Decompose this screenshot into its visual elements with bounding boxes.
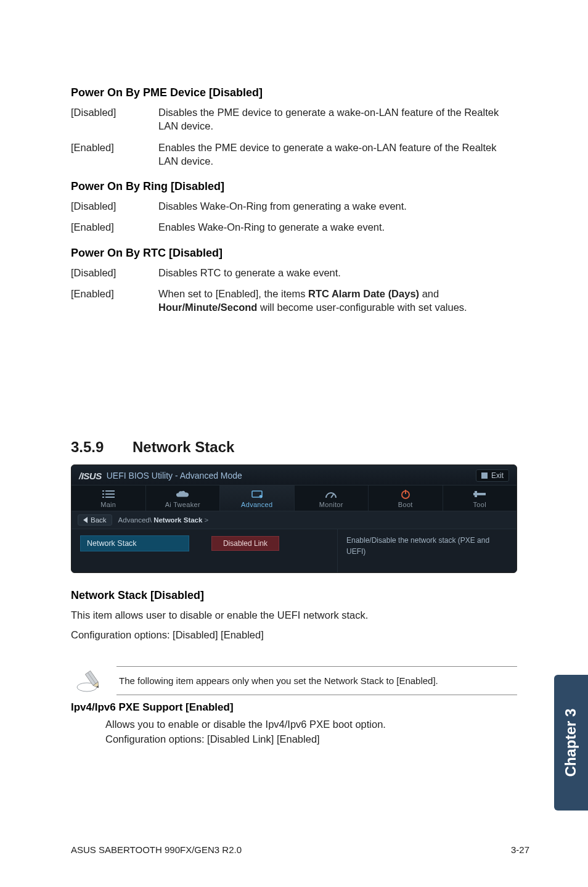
note-text: The following item appears only when you…	[116, 666, 517, 695]
option-label: [Enabled]	[71, 141, 158, 168]
option-row: [Disabled] Disables Wake-On-Ring from ge…	[71, 199, 517, 213]
bios-breadcrumb: Back Advanced\ Network Stack >	[71, 511, 517, 529]
option-desc-prefix: When set to [Enabled], the items	[158, 288, 308, 299]
section-number-heading: 3.5.9 Network Stack	[71, 439, 517, 456]
tab-advanced[interactable]: i Advanced	[220, 485, 295, 511]
tab-label: Main	[100, 501, 116, 508]
option-desc: Disables the PME device to generate a wa…	[158, 105, 517, 133]
svg-rect-3	[105, 493, 115, 495]
svg-rect-0	[102, 490, 104, 492]
chapter-side-tab-text: Chapter 3	[563, 709, 580, 777]
exit-icon	[481, 472, 488, 479]
bios-title-text: UEFI BIOS Utility - Advanced Mode	[107, 471, 242, 481]
option-desc: Disables RTC to generate a wake event.	[158, 266, 517, 279]
back-arrow-icon	[83, 517, 88, 523]
option-label: [Disabled]	[71, 266, 158, 279]
pencil-icon	[75, 669, 104, 693]
bios-left-pane: Network Stack Disabled Link	[71, 529, 337, 572]
paragraph: This item allows user to disable or enab…	[71, 608, 517, 623]
footer-right: 3-27	[511, 844, 529, 855]
crumb-leaf: Network Stack	[153, 516, 202, 524]
exit-button[interactable]: Exit	[476, 469, 509, 482]
footer-left: ASUS SABERTOOTH 990FX/GEN3 R2.0	[71, 844, 242, 855]
option-row: [Disabled] Disables RTC to generate a wa…	[71, 266, 517, 279]
option-desc: When set to [Enabled], the items RTC Ala…	[158, 287, 517, 315]
option-desc-mid: and	[419, 288, 439, 299]
tab-label: Monitor	[319, 501, 343, 508]
tab-main[interactable]: Main	[71, 485, 146, 511]
paragraph-line: Configuration options: [Disabled Link] […	[105, 732, 517, 747]
tab-label: Advanced	[241, 501, 272, 508]
svg-rect-5	[105, 497, 115, 498]
cloud-icon	[176, 489, 189, 499]
page-footer: ASUS SABERTOOTH 990FX/GEN3 R2.0 3-27	[71, 844, 529, 855]
option-desc-bold: Hour/Minute/Second	[158, 302, 257, 313]
back-label: Back	[91, 516, 107, 524]
heading-netstack: Network Stack [Disabled]	[71, 589, 517, 602]
tab-label: Tool	[473, 501, 486, 508]
heading-pme: Power On By PME Device [Disabled]	[71, 86, 517, 99]
setting-row-value[interactable]: Disabled Link	[211, 536, 279, 551]
chapter-side-tab: Chapter 3	[554, 675, 588, 811]
exit-label: Exit	[491, 471, 504, 480]
svg-rect-2	[102, 493, 104, 495]
heading-rtc: Power On By RTC [Disabled]	[71, 247, 517, 260]
back-button[interactable]: Back	[78, 514, 112, 526]
tab-label: Boot	[398, 501, 413, 508]
tab-boot[interactable]: Boot	[369, 485, 443, 511]
power-icon	[399, 489, 412, 499]
option-label: [Disabled]	[71, 105, 158, 133]
tab-tool[interactable]: Tool	[443, 485, 517, 511]
paragraph-line: Allows you to enable or disable the Ipv4…	[105, 717, 517, 732]
bios-tabs: Main Ai Tweaker i Advanced Monitor	[71, 485, 517, 511]
crumb-tail: >	[205, 516, 209, 524]
list-icon	[102, 489, 115, 499]
option-row: [Enabled] When set to [Enabled], the ite…	[71, 287, 517, 315]
breadcrumb-path: Advanced\ Network Stack >	[118, 516, 209, 524]
tab-monitor[interactable]: Monitor	[295, 485, 369, 511]
option-desc-bold: RTC Alarm Date (Days)	[308, 288, 419, 299]
gauge-icon	[324, 489, 338, 499]
tab-label: Ai Tweaker	[165, 501, 200, 508]
bios-body: Network Stack Disabled Link Enable/Disab…	[71, 529, 517, 572]
svg-rect-1	[105, 490, 115, 492]
paragraph: Configuration options: [Disabled] [Enabl…	[71, 628, 517, 643]
note-icon-cell	[71, 669, 108, 693]
setting-row-label[interactable]: Network Stack	[80, 535, 189, 551]
bios-panel: /ISUS UEFI BIOS Utility - Advanced Mode …	[71, 464, 517, 573]
section-number: 3.5.9	[71, 439, 133, 456]
option-desc: Disables Wake-On-Ring from generating a …	[158, 199, 517, 213]
svg-rect-13	[475, 491, 477, 497]
option-row: [Enabled] Enables Wake-On-Ring to genera…	[71, 220, 517, 234]
svg-text:i: i	[259, 495, 260, 498]
crumb-parent: Advanced\	[118, 516, 152, 524]
svg-line-9	[331, 493, 334, 498]
option-desc: Enables the PME device to generate a wak…	[158, 141, 517, 168]
svg-rect-4	[102, 497, 104, 498]
option-desc-suffix: will become user-configurable with set v…	[257, 302, 467, 313]
option-label: [Enabled]	[71, 287, 158, 315]
option-row: [Enabled] Enables the PME device to gene…	[71, 141, 517, 168]
bios-brand: /ISUS UEFI BIOS Utility - Advanced Mode	[79, 471, 242, 481]
heading-ring: Power On By Ring [Disabled]	[71, 180, 517, 193]
heading-pxe: Ipv4/Ipv6 PXE Support [Enabled]	[71, 701, 517, 714]
bios-help-pane: Enable/Disable the network stack (PXE an…	[337, 529, 517, 572]
option-row: [Disabled] Disables the PME device to ge…	[71, 105, 517, 133]
tab-ai-tweaker[interactable]: Ai Tweaker	[146, 485, 221, 511]
section-title: Network Stack	[133, 439, 234, 456]
option-desc: Enables Wake-On-Ring to generate a wake …	[158, 220, 517, 234]
asus-logo: /ISUS	[79, 471, 102, 481]
note-row: The following item appears only when you…	[71, 666, 517, 695]
chip-icon: i	[250, 489, 264, 499]
bios-titlebar: /ISUS UEFI BIOS Utility - Advanced Mode …	[71, 465, 517, 485]
option-label: [Disabled]	[71, 199, 158, 213]
bios-help-text: Enable/Disable the network stack (PXE an…	[346, 536, 489, 555]
option-label: [Enabled]	[71, 220, 158, 234]
indented-paragraph: Allows you to enable or disable the Ipv4…	[105, 717, 517, 747]
tool-icon	[473, 489, 486, 499]
